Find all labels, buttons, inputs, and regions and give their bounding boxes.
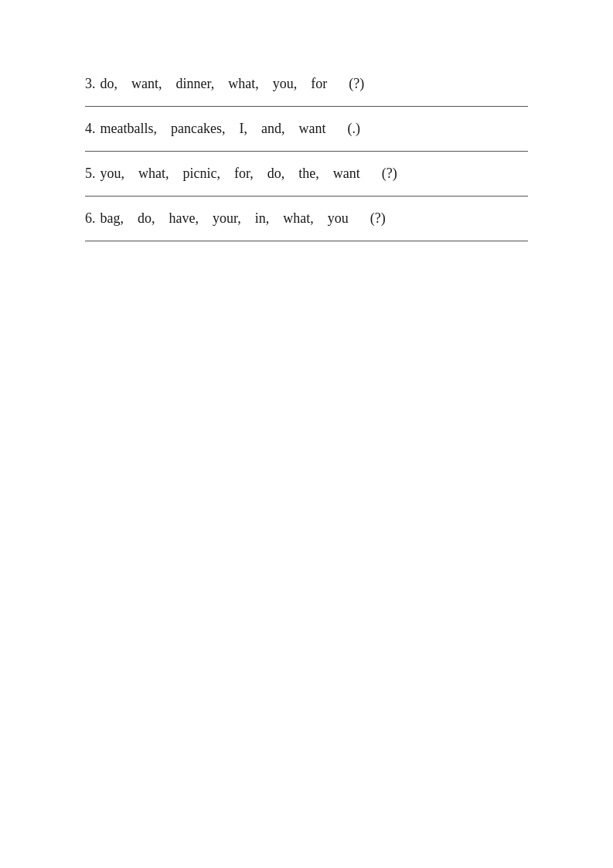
- word-3-5: for: [311, 76, 327, 92]
- word-3-3: what,: [228, 76, 259, 92]
- exercise-item-4: 4.meatballs,pancakes,I,and,want(.): [85, 107, 528, 152]
- word-4-2: I,: [239, 121, 247, 137]
- item-row-3: 3.do,want,dinner,what,you,for(?): [85, 62, 528, 106]
- item-number-4: 4.: [85, 121, 96, 137]
- word-6-3: your,: [213, 210, 241, 227]
- word-5-3: for,: [234, 166, 254, 182]
- word-6-2: have,: [169, 210, 199, 227]
- exercise-item-5: 5.you,what,picnic,for,do,the,want(?): [85, 152, 528, 196]
- word-4-4: want: [298, 121, 325, 137]
- punctuation-3: (?): [349, 76, 364, 92]
- word-6-5: what,: [283, 210, 314, 227]
- punctuation-6: (?): [370, 210, 386, 227]
- word-3-1: want,: [131, 76, 162, 92]
- item-row-6: 6.bag,do,have,your,in,what,you(?): [85, 196, 528, 241]
- word-3-4: you,: [273, 76, 298, 92]
- divider-6: [85, 241, 528, 241]
- item-number-3: 3.: [85, 76, 96, 92]
- word-3-0: do,: [100, 76, 118, 92]
- item-row-4: 4.meatballs,pancakes,I,and,want(.): [85, 107, 528, 151]
- word-3-2: dinner,: [176, 76, 215, 92]
- word-5-0: you,: [100, 166, 125, 182]
- exercise-item-3: 3.do,want,dinner,what,you,for(?): [85, 62, 528, 107]
- exercise-item-6: 6.bag,do,have,your,in,what,you(?): [85, 196, 528, 241]
- word-6-0: bag,: [100, 210, 124, 227]
- word-6-4: in,: [255, 210, 270, 227]
- word-4-1: pancakes,: [171, 121, 225, 137]
- word-4-3: and,: [261, 121, 285, 137]
- item-row-5: 5.you,what,picnic,for,do,the,want(?): [85, 152, 528, 196]
- word-5-2: picnic,: [183, 166, 220, 182]
- word-5-4: do,: [267, 166, 285, 182]
- word-6-1: do,: [138, 210, 155, 227]
- page: 3.do,want,dinner,what,you,for(?)4.meatba…: [0, 0, 613, 868]
- word-5-6: want: [333, 166, 360, 182]
- word-4-0: meatballs,: [100, 121, 157, 137]
- word-5-1: what,: [138, 166, 169, 182]
- punctuation-5: (?): [382, 166, 397, 182]
- word-5-5: the,: [298, 166, 319, 182]
- item-number-5: 5.: [85, 166, 96, 182]
- punctuation-4: (.): [347, 121, 360, 137]
- item-number-6: 6.: [85, 210, 96, 227]
- word-6-6: you: [328, 210, 349, 227]
